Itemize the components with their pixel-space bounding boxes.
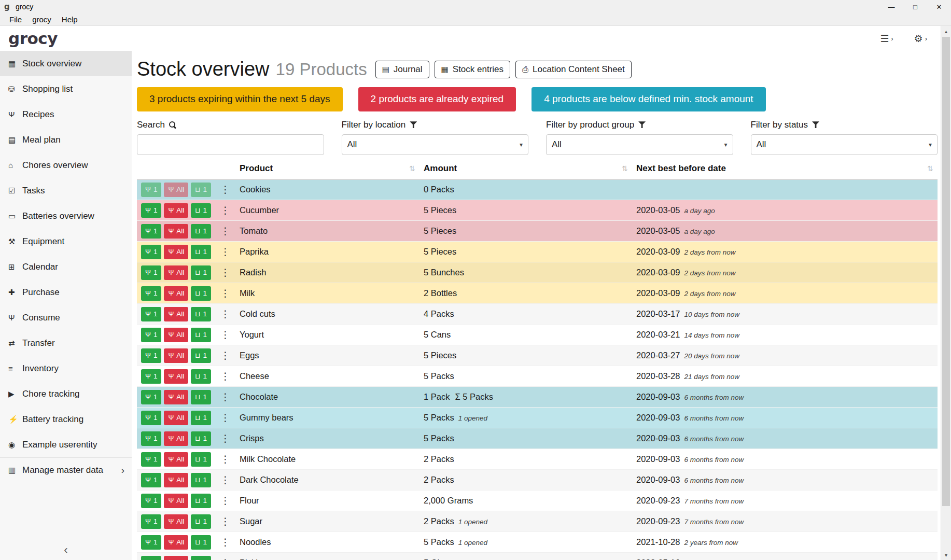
sidebar-item-batteries-overview[interactable]: ▭Batteries overview [0, 203, 132, 229]
sidebar-item-stock-overview[interactable]: ▦Stock overview [0, 51, 132, 76]
expiring-products-alert-button[interactable]: 3 products expiring within the next 5 da… [137, 87, 343, 111]
row-menu-button[interactable]: ⋮ [217, 495, 233, 506]
consume-all-button[interactable]: ΨAll [164, 514, 188, 529]
consume-one-button[interactable]: Ψ1 [141, 265, 161, 280]
consume-all-button[interactable]: ΨAll [164, 411, 188, 425]
sidebar-item-recipes[interactable]: ΨRecipes [0, 102, 132, 127]
consume-one-button[interactable]: Ψ1 [141, 328, 161, 342]
open-one-button[interactable]: ⊔1 [191, 348, 211, 363]
consume-one-button[interactable]: Ψ1 [141, 556, 161, 560]
toolbar-journal-button[interactable]: ▤Journal [375, 61, 429, 78]
best-before-column-header[interactable]: Next best before date ⇅ [632, 160, 938, 179]
consume-one-button[interactable]: Ψ1 [141, 203, 161, 218]
consume-one-button[interactable]: Ψ1 [141, 224, 161, 239]
menu-grocy[interactable]: grocy [27, 15, 57, 24]
row-menu-button[interactable]: ⋮ [217, 205, 233, 216]
consume-all-button[interactable]: ΨAll [164, 556, 188, 560]
row-menu-button[interactable]: ⋮ [217, 267, 233, 278]
menu-help[interactable]: Help [57, 15, 83, 24]
row-menu-button[interactable]: ⋮ [217, 246, 233, 257]
below-min-stock-products-alert-button[interactable]: 4 products are below defined min. stock … [532, 87, 765, 111]
consume-one-button[interactable]: Ψ1 [141, 535, 161, 550]
toolbar-location-content-sheet-button[interactable]: ⎙Location Content Sheet [515, 61, 632, 78]
row-menu-button[interactable]: ⋮ [217, 371, 233, 382]
open-one-button[interactable]: ⊔1 [191, 411, 211, 425]
consume-one-button[interactable]: Ψ1 [141, 369, 161, 384]
open-one-button[interactable]: ⊔1 [191, 390, 211, 404]
sidebar-item-chores-overview[interactable]: ⌂Chores overview [0, 152, 132, 178]
location-select[interactable]: All ▾ [342, 134, 529, 155]
row-menu-button[interactable]: ⋮ [217, 309, 233, 319]
consume-one-button[interactable]: Ψ1 [141, 452, 161, 467]
consume-all-button[interactable]: ΨAll [164, 494, 188, 508]
row-menu-button[interactable]: ⋮ [217, 516, 233, 527]
consume-one-button[interactable]: Ψ1 [141, 514, 161, 529]
open-one-button[interactable]: ⊔1 [191, 328, 211, 342]
sidebar-item-transfer[interactable]: ⇄Transfer [0, 330, 132, 356]
row-menu-button[interactable]: ⋮ [217, 329, 233, 340]
sidebar-item-tasks[interactable]: ☑Tasks [0, 178, 132, 203]
consume-all-button[interactable]: ΨAll [164, 535, 188, 550]
open-one-button[interactable]: ⊔1 [191, 369, 211, 384]
row-menu-button[interactable]: ⋮ [217, 454, 233, 465]
consume-one-button[interactable]: Ψ1 [141, 183, 161, 197]
amount-column-header[interactable]: Amount ⇅ [419, 160, 632, 179]
consume-all-button[interactable]: ΨAll [164, 203, 188, 218]
consume-one-button[interactable]: Ψ1 [141, 431, 161, 446]
consume-all-button[interactable]: ΨAll [164, 348, 188, 363]
menu-file[interactable]: File [4, 15, 27, 24]
scroll-up-arrow[interactable]: ▴ [941, 26, 951, 36]
open-one-button[interactable]: ⊔1 [191, 307, 211, 321]
open-one-button[interactable]: ⊔1 [191, 431, 211, 446]
maximize-button[interactable]: □ [903, 0, 927, 13]
open-one-button[interactable]: ⊔1 [191, 452, 211, 467]
open-one-button[interactable]: ⊔1 [191, 224, 211, 239]
consume-all-button[interactable]: ΨAll [164, 286, 188, 301]
row-menu-button[interactable]: ⋮ [217, 557, 233, 560]
open-one-button[interactable]: ⊔1 [191, 473, 211, 487]
open-one-button[interactable]: ⊔1 [191, 183, 211, 197]
sidebar-item-calendar[interactable]: ⊞Calendar [0, 254, 132, 279]
consume-all-button[interactable]: ΨAll [164, 224, 188, 239]
sidebar-item-purchase[interactable]: ✚Purchase [0, 279, 132, 305]
settings-menu-button[interactable]: ⚙ › [911, 32, 930, 45]
product-column-header[interactable]: Product ⇅ [235, 160, 419, 179]
sidebar-item-consume[interactable]: ΨConsume [0, 305, 132, 330]
open-one-button[interactable]: ⊔1 [191, 265, 211, 280]
consume-all-button[interactable]: ΨAll [164, 328, 188, 342]
consume-one-button[interactable]: Ψ1 [141, 390, 161, 404]
open-one-button[interactable]: ⊔1 [191, 286, 211, 301]
consume-one-button[interactable]: Ψ1 [141, 348, 161, 363]
row-menu-button[interactable]: ⋮ [217, 288, 233, 299]
search-input[interactable] [137, 134, 324, 155]
open-one-button[interactable]: ⊔1 [191, 494, 211, 508]
consume-one-button[interactable]: Ψ1 [141, 411, 161, 425]
display-options-menu-button[interactable]: ☰ › [877, 32, 896, 45]
consume-all-button[interactable]: ΨAll [164, 265, 188, 280]
consume-all-button[interactable]: ΨAll [164, 431, 188, 446]
consume-all-button[interactable]: ΨAll [164, 390, 188, 404]
product-group-select[interactable]: All ▾ [546, 134, 733, 155]
sidebar-collapse-button[interactable]: ‹ [0, 543, 132, 557]
consume-all-button[interactable]: ΨAll [164, 183, 188, 197]
open-one-button[interactable]: ⊔1 [191, 514, 211, 529]
consume-all-button[interactable]: ΨAll [164, 307, 188, 321]
consume-one-button[interactable]: Ψ1 [141, 494, 161, 508]
status-select[interactable]: All ▾ [751, 134, 938, 155]
scrollbar[interactable]: ▴ ▾ [941, 26, 951, 560]
row-menu-button[interactable]: ⋮ [217, 412, 233, 423]
row-menu-button[interactable]: ⋮ [217, 474, 233, 485]
row-menu-button[interactable]: ⋮ [217, 391, 233, 402]
row-menu-button[interactable]: ⋮ [217, 537, 233, 548]
close-button[interactable]: ✕ [927, 0, 951, 13]
consume-all-button[interactable]: ΨAll [164, 369, 188, 384]
minimize-button[interactable]: — [879, 0, 903, 13]
consume-one-button[interactable]: Ψ1 [141, 307, 161, 321]
consume-all-button[interactable]: ΨAll [164, 245, 188, 259]
consume-all-button[interactable]: ΨAll [164, 473, 188, 487]
toolbar-stock-entries-button[interactable]: ▦Stock entries [435, 61, 510, 78]
expired-products-alert-button[interactable]: 2 products are already expired [358, 87, 516, 111]
consume-one-button[interactable]: Ψ1 [141, 245, 161, 259]
sidebar-item-shopping-list[interactable]: ⛁Shopping list [0, 76, 132, 102]
scroll-down-arrow[interactable]: ▾ [941, 550, 951, 560]
